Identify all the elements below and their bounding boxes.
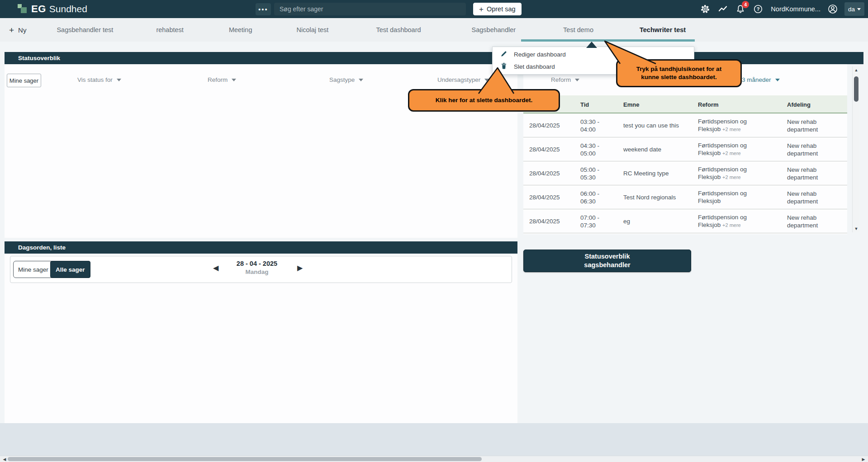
table-row[interactable]: 28/04/2025 03:30 -04:00 test you can use… [523, 113, 847, 137]
dagsorden-panel-header: Dagsorden, liste [5, 241, 517, 254]
tab-sagsbehandler-test[interactable]: Sagsbehandler test [57, 26, 113, 33]
logo-eg-text: EG [31, 3, 46, 15]
new-dashboard-button[interactable]: + Ny [9, 26, 26, 34]
tab-meeting[interactable]: Meeting [229, 26, 252, 33]
tab-test-dashboard[interactable]: Test dashboard [376, 26, 421, 33]
tab-nicolaj-test[interactable]: Nicolaj test [296, 26, 328, 33]
cell-time: 07:00 -07:30 [580, 209, 599, 233]
tab-rehabtest[interactable]: rehabtest [156, 26, 183, 33]
reform-dropdown[interactable]: Reform [208, 76, 236, 83]
scrollbar-thumb[interactable] [854, 76, 859, 102]
cell-time: 06:00 -06:30 [580, 185, 599, 209]
sagstype-dropdown[interactable]: Sagstype [329, 76, 363, 83]
chevron-down-icon [232, 79, 236, 81]
previous-day-arrow[interactable]: ◀ [213, 264, 218, 272]
scroll-up-arrow[interactable]: ▲ [853, 68, 860, 72]
cell-time: 03:30 -04:00 [580, 113, 599, 137]
cell-department: New rehabdepartment [787, 161, 818, 185]
menu-item-rediger-dashboard[interactable]: Rediger dashboard [493, 48, 694, 61]
table-row[interactable]: 28/04/2025 07:00 -07:30 eg Førtidspensio… [523, 209, 847, 233]
statusoverblik-sagsbehandler-button[interactable]: Statusoverblik sagsbehandler [523, 250, 691, 272]
dagsorden-panel-body: Mine sager Alle sager ◀ 28 - 04 - 2025 M… [5, 254, 517, 423]
active-tab-underline [521, 39, 695, 42]
tenant-name: NordKommune... [771, 5, 821, 13]
cell-time: 04:30 -05:00 [580, 137, 599, 161]
cell-reform: Førtidspension ogFleksjob +2 mere [698, 209, 747, 233]
top-bar: EG Sundhed ••• + Opret sag 4 ? NordK [0, 0, 868, 18]
table-header-row: Tid Emne Reform Afdeling [523, 95, 847, 113]
cell-subject: test you can use this [623, 113, 679, 137]
chevron-down-icon [117, 79, 121, 81]
pencil-icon [500, 50, 508, 59]
chevron-down-icon [775, 79, 780, 81]
tooltip-gear-callout: Tryk på tandhjulsikonet for atkunne slet… [616, 59, 742, 87]
user-profile-icon[interactable] [827, 4, 838, 14]
page-background-band [0, 423, 868, 456]
cell-date: 28/04/2025 [529, 137, 560, 161]
cell-date: 28/04/2025 [529, 113, 560, 137]
trend-icon[interactable] [717, 4, 728, 14]
panel-title: Statusoverblik [18, 55, 60, 61]
table-vertical-scrollbar[interactable]: ▲ ▼ [852, 66, 859, 232]
cell-department: New rehabdepartment [787, 137, 818, 161]
eg-logo-icon [17, 4, 27, 14]
settings-gear-icon[interactable] [700, 4, 711, 14]
tab-test-demo[interactable]: Test demo [563, 26, 593, 33]
cell-department: New rehabdepartment [787, 113, 818, 137]
chevron-down-icon [575, 79, 579, 81]
help-icon[interactable]: ? [753, 4, 764, 14]
cell-department: New rehabdepartment [787, 209, 818, 233]
cell-reform: Førtidspension ogFleksjob +2 mere [698, 161, 747, 185]
cell-subject: Test Nord regionals [623, 185, 676, 209]
cell-subject: weekend date [623, 137, 661, 161]
table-row[interactable]: 28/04/2025 06:00 -06:30 Test Nord region… [523, 185, 847, 209]
column-header-tid: Tid [580, 95, 589, 113]
cell-subject: eg [623, 209, 630, 233]
svg-text:?: ? [757, 6, 760, 12]
period-dropdown[interactable]: 3 måneder [742, 76, 780, 83]
cell-reform: Førtidspension ogFleksjob +2 mere [698, 137, 747, 161]
app-logo: EG Sundhed [17, 2, 87, 16]
column-header-reform: Reform [698, 95, 719, 113]
agenda-mine-sager-button[interactable]: Mine sager [13, 261, 53, 278]
scrollbar-thumb[interactable] [8, 457, 482, 461]
cell-date: 28/04/2025 [529, 209, 560, 233]
tooltip-delete-callout: Klik her for at slette dashboardet. [408, 89, 560, 112]
scroll-left-arrow[interactable]: ◀ [1, 457, 8, 462]
table-row[interactable]: 28/04/2025 04:30 -05:00 weekend date Før… [523, 137, 847, 161]
cell-department: New rehabdepartment [787, 185, 818, 209]
more-options-button[interactable]: ••• [256, 3, 271, 15]
trash-icon [500, 62, 508, 71]
search-input[interactable] [274, 3, 466, 15]
panel-title: Dagsorden, liste [18, 244, 66, 251]
scroll-down-arrow[interactable]: ▼ [853, 226, 860, 231]
next-day-arrow[interactable]: ▶ [297, 264, 303, 272]
agenda-date: 28 - 04 - 2025 Mandag [234, 260, 280, 275]
language-selector[interactable]: da [844, 2, 864, 16]
ellipsis-icon: ••• [258, 5, 268, 13]
application-window: EG Sundhed ••• + Opret sag 4 ? NordK [0, 0, 868, 462]
cell-reform: Førtidspension ogFleksjob [698, 185, 747, 209]
tab-sagsbehandler[interactable]: Sagsbehandler [472, 26, 516, 33]
chevron-down-icon [359, 79, 363, 81]
meeting-table-widget: Reform 3 måneder Tid Emne Reform Afdelin… [523, 64, 847, 234]
create-case-button[interactable]: + Opret sag [473, 3, 522, 15]
table-row[interactable]: 28/04/2025 05:00 -05:30 RC Meeting type … [523, 161, 847, 185]
horizontal-scrollbar[interactable]: ◀ ▶ [0, 456, 868, 462]
tab-techwriter-test[interactable]: Techwriter test [640, 26, 686, 33]
undersagstyper-dropdown[interactable]: Undersagstyper [437, 76, 489, 83]
cell-time: 05:00 -05:30 [580, 161, 599, 185]
reform-dropdown-right[interactable]: Reform [551, 76, 579, 83]
agenda-toolbar-card: Mine sager Alle sager ◀ 28 - 04 - 2025 M… [10, 256, 512, 283]
mine-sager-filter-button[interactable]: Mine sager [7, 74, 41, 87]
plus-icon: + [479, 5, 484, 13]
cell-subject: RC Meeting type [623, 161, 669, 185]
notifications-bell-icon[interactable]: 4 [735, 4, 746, 14]
notification-count-badge: 4 [742, 1, 749, 8]
vis-status-for-dropdown[interactable]: Vis status for [77, 76, 121, 83]
agenda-alle-sager-button[interactable]: Alle sager [50, 261, 90, 278]
column-header-emne: Emne [623, 95, 639, 113]
column-header-afdeling: Afdeling [787, 95, 811, 113]
scroll-right-arrow[interactable]: ▶ [860, 457, 867, 462]
cell-reform: Førtidspension ogFleksjob +2 mere [698, 113, 747, 137]
